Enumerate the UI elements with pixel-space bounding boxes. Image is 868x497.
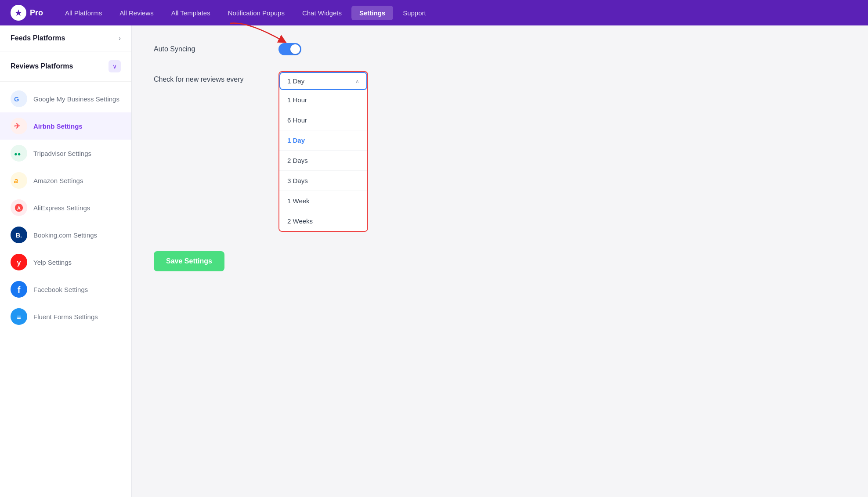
star-icon: ★ xyxy=(14,7,22,18)
dropdown-list: 1 Hour 6 Hour 1 Day 2 Days 3 Days 1 Week… xyxy=(279,90,367,231)
airbnb-icon: ✈ xyxy=(11,118,27,134)
svg-text:A: A xyxy=(17,205,21,211)
sidebar-item-google-my-business[interactable]: G Google My Business Settings xyxy=(0,85,131,112)
nav-settings[interactable]: Settings xyxy=(351,6,393,20)
option-1-day[interactable]: 1 Day xyxy=(279,130,367,151)
nav-notification-popups[interactable]: Notification Popups xyxy=(220,6,293,20)
sidebar-item-airbnb[interactable]: ✈ Airbnb Settings xyxy=(0,112,131,140)
svg-text:a: a xyxy=(14,176,18,184)
sidebar-item-amazon[interactable]: a Amazon Settings xyxy=(0,167,131,194)
option-2-weeks[interactable]: 2 Weeks xyxy=(279,211,367,231)
check-reviews-label: Check for new reviews every xyxy=(154,71,268,83)
google-my-business-label: Google My Business Settings xyxy=(33,95,119,103)
auto-syncing-toggle[interactable] xyxy=(278,43,301,55)
feeds-chevron-icon: › xyxy=(119,35,121,42)
facebook-icon: f xyxy=(11,281,27,298)
dropdown-frame: 1 Day ∧ 1 Hour 6 Hour 1 Day 2 Days 3 Day… xyxy=(278,71,368,232)
booking-label: Booking.com Settings xyxy=(33,231,97,239)
sidebar-items-list: G Google My Business Settings ✈ Airbnb S… xyxy=(0,82,131,334)
save-settings-button[interactable]: Save Settings xyxy=(154,251,224,271)
feeds-platforms-title: Feeds Platforms xyxy=(11,34,65,42)
yelp-icon: y xyxy=(11,254,27,270)
tripadvisor-label: Tripadvisor Settings xyxy=(33,150,91,157)
nav-items: All Platforms All Reviews All Templates … xyxy=(57,6,857,20)
option-1-hour[interactable]: 1 Hour xyxy=(279,90,367,110)
google-my-business-icon: G xyxy=(11,90,27,107)
brand-logo[interactable]: ★ Pro xyxy=(11,5,43,21)
aliexpress-icon: A xyxy=(11,199,27,216)
toggle-knob xyxy=(290,44,300,54)
check-reviews-row: Check for new reviews every 1 Day ∧ 1 Ho… xyxy=(154,71,846,232)
yelp-label: Yelp Settings xyxy=(33,259,72,266)
fluent-forms-label: Fluent Forms Settings xyxy=(33,313,98,321)
auto-syncing-row: Auto Syncing xyxy=(154,43,846,55)
amazon-icon: a xyxy=(11,172,27,189)
main-layout: Feeds Platforms › Reviews Platforms ∨ G … xyxy=(0,25,868,497)
option-3-days[interactable]: 3 Days xyxy=(279,171,367,191)
sidebar-item-fluent-forms[interactable]: ≡ Fluent Forms Settings xyxy=(0,303,131,330)
sidebar-item-booking[interactable]: B. Booking.com Settings xyxy=(0,221,131,248)
nav-chat-widgets[interactable]: Chat Widgets xyxy=(294,6,350,20)
airbnb-label: Airbnb Settings xyxy=(33,122,83,130)
facebook-label: Facebook Settings xyxy=(33,286,88,293)
svg-text:B.: B. xyxy=(16,232,22,239)
save-settings-wrapper: Save Settings xyxy=(154,248,846,271)
nav-support[interactable]: Support xyxy=(395,6,434,20)
aliexpress-label: AliExpress Settings xyxy=(33,204,90,212)
feeds-platforms-section[interactable]: Feeds Platforms › xyxy=(0,25,131,51)
nav-all-reviews[interactable]: All Reviews xyxy=(112,6,162,20)
option-6-hour[interactable]: 6 Hour xyxy=(279,110,367,130)
logo-icon: ★ xyxy=(11,5,26,21)
reviews-platforms-title: Reviews Platforms xyxy=(11,62,73,70)
svg-text:≡: ≡ xyxy=(17,313,21,321)
option-2-days[interactable]: 2 Days xyxy=(279,151,367,171)
brand-name: Pro xyxy=(30,8,43,18)
sidebar-item-tripadvisor[interactable]: ●● Tripadvisor Settings xyxy=(0,140,131,167)
amazon-label: Amazon Settings xyxy=(33,177,83,184)
svg-text:✈: ✈ xyxy=(14,122,20,130)
reviews-platforms-section[interactable]: Reviews Platforms ∨ xyxy=(0,51,131,82)
tripadvisor-icon: ●● xyxy=(11,145,27,162)
auto-syncing-label: Auto Syncing xyxy=(154,45,268,53)
fluent-forms-icon: ≡ xyxy=(11,308,27,325)
svg-text:y: y xyxy=(17,259,21,267)
sidebar-item-facebook[interactable]: f Facebook Settings xyxy=(0,276,131,303)
dropdown-select[interactable]: 1 Day ∧ xyxy=(279,72,367,90)
sidebar: Feeds Platforms › Reviews Platforms ∨ G … xyxy=(0,25,132,497)
option-1-week[interactable]: 1 Week xyxy=(279,191,367,211)
reviews-chevron-down-icon: ∨ xyxy=(108,60,121,72)
top-navigation: ★ Pro All Platforms All Reviews All Temp… xyxy=(0,0,868,25)
content-area: Auto Syncing Check for new reviews xyxy=(132,25,868,497)
svg-text:G: G xyxy=(14,96,19,103)
auto-syncing-toggle-wrapper xyxy=(278,43,301,55)
nav-all-platforms[interactable]: All Platforms xyxy=(57,6,110,20)
booking-icon: B. xyxy=(11,227,27,243)
sidebar-item-aliexpress[interactable]: A AliExpress Settings xyxy=(0,194,131,221)
dropdown-chevron-icon: ∧ xyxy=(355,78,359,84)
svg-text:●●: ●● xyxy=(14,151,21,157)
dropdown-selected-value: 1 Day xyxy=(287,77,304,85)
sidebar-item-yelp[interactable]: y Yelp Settings xyxy=(0,248,131,276)
svg-text:f: f xyxy=(18,285,21,295)
nav-all-templates[interactable]: All Templates xyxy=(163,6,218,20)
